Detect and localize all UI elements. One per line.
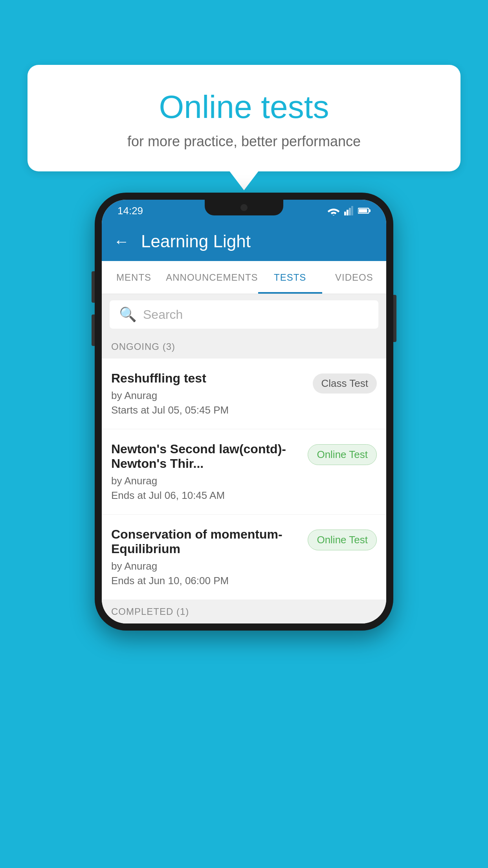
tab-videos[interactable]: VIDEOS (322, 261, 386, 294)
wifi-icon (327, 206, 340, 215)
bubble-title: Online tests (47, 88, 441, 125)
phone-frame: 14:29 ← Learning (95, 193, 393, 631)
svg-rect-6 (359, 209, 367, 213)
phone-notch (205, 200, 283, 215)
app-title: Learning Light (141, 232, 251, 251)
test-by-2: by Anurag (111, 475, 300, 487)
test-badge-1: Class Test (313, 373, 377, 394)
status-time: 14:29 (117, 205, 143, 217)
ongoing-section-header: ONGOING (3) (102, 335, 386, 359)
test-item-1[interactable]: Reshuffling test by Anurag Starts at Jul… (102, 359, 386, 429)
phone-side-button-vol-down (92, 314, 95, 346)
test-date-1: Starts at Jul 05, 05:45 PM (111, 404, 305, 416)
test-name-3: Conservation of momentum-Equilibrium (111, 527, 300, 556)
tab-tests[interactable]: TESTS (258, 261, 322, 294)
test-info-1: Reshuffling test by Anurag Starts at Jul… (111, 371, 313, 416)
test-by-3: by Anurag (111, 560, 300, 572)
completed-section-header: COMPLETED (1) (102, 600, 386, 623)
back-button[interactable]: ← (114, 233, 129, 250)
test-badge-2: Online Test (308, 444, 377, 465)
test-date-2: Ends at Jul 06, 10:45 AM (111, 489, 300, 502)
test-info-3: Conservation of momentum-Equilibrium by … (111, 527, 308, 587)
bubble-subtitle: for more practice, better performance (47, 133, 441, 150)
test-name-1: Reshuffling test (111, 371, 305, 386)
battery-icon (358, 207, 371, 215)
svg-rect-0 (344, 211, 346, 215)
svg-rect-5 (369, 210, 371, 212)
test-item-2[interactable]: Newton's Second law(contd)-Newton's Thir… (102, 429, 386, 515)
svg-rect-1 (347, 210, 349, 215)
search-icon: 🔍 (119, 306, 137, 323)
tabs-bar: MENTS ANNOUNCEMENTS TESTS VIDEOS (102, 261, 386, 294)
search-container: 🔍 Search (102, 294, 386, 335)
test-by-1: by Anurag (111, 390, 305, 402)
search-bar[interactable]: 🔍 Search (110, 300, 378, 329)
test-badge-3: Online Test (308, 530, 377, 550)
speech-bubble: Online tests for more practice, better p… (28, 65, 460, 171)
signal-icon (344, 206, 354, 215)
phone-screen: 14:29 ← Learning (102, 200, 386, 623)
test-item-3[interactable]: Conservation of momentum-Equilibrium by … (102, 515, 386, 600)
test-name-2: Newton's Second law(contd)-Newton's Thir… (111, 442, 300, 471)
tab-announcements[interactable]: ANNOUNCEMENTS (166, 261, 258, 294)
svg-rect-3 (351, 206, 353, 215)
camera-dot (240, 204, 248, 211)
test-list: Reshuffling test by Anurag Starts at Jul… (102, 359, 386, 600)
status-icons (327, 206, 371, 215)
test-date-3: Ends at Jun 10, 06:00 PM (111, 575, 300, 587)
svg-rect-2 (349, 208, 351, 215)
app-bar: ← Learning Light (102, 222, 386, 261)
test-info-2: Newton's Second law(contd)-Newton's Thir… (111, 442, 308, 502)
phone-side-button-power (393, 295, 396, 342)
tab-ments[interactable]: MENTS (102, 261, 166, 294)
phone-side-button-vol-up (92, 271, 95, 303)
search-input[interactable]: Search (143, 307, 183, 322)
